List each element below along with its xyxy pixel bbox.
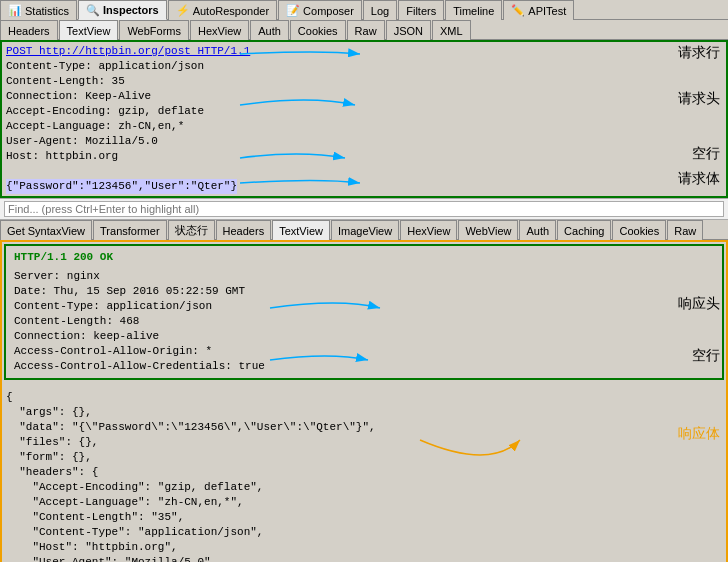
main-container: 📊 Statistics 🔍 Inspectors ⚡ AutoResponde… <box>0 0 728 562</box>
statistics-icon: 📊 <box>8 4 22 17</box>
resp-tab-headers[interactable]: Headers <box>216 220 272 240</box>
response-content-wrapper: HTTP/1.1 200 OK Server: nginx Date: Thu,… <box>0 240 728 562</box>
response-status-line: HTTP/1.1 200 OK <box>10 248 718 267</box>
resp-tab-statusline[interactable]: 状态行 <box>168 220 215 240</box>
tab-log[interactable]: Log <box>363 0 397 20</box>
apitest-icon: ✏️ <box>511 4 525 17</box>
json-line-host: "Host": "httpbin.org", <box>6 540 722 555</box>
resp-header-acac: Access-Control-Allow-Credentials: true <box>14 359 714 374</box>
annotation-request-headers: 请求头 <box>678 90 720 108</box>
resp-tab-raw[interactable]: Raw <box>667 220 703 240</box>
inspectors-icon: 🔍 <box>86 4 100 17</box>
resp-tab-caching[interactable]: Caching <box>557 220 611 240</box>
tab-inspectors[interactable]: 🔍 Inspectors <box>78 0 167 20</box>
req-tab-auth[interactable]: Auth <box>250 20 289 40</box>
annotation-empty-line1: 空行 <box>692 145 720 163</box>
resp-header-content-type: Content-Type: application/json <box>14 299 714 314</box>
find-bar <box>0 198 728 220</box>
json-line-args: "args": {}, <box>6 405 722 420</box>
response-body-container: HTTP/1.1 200 OK Server: nginx Date: Thu,… <box>0 240 728 562</box>
resp-tab-imageview[interactable]: ImageView <box>331 220 399 240</box>
req-header-content-type: Content-Type: application/json <box>6 59 722 74</box>
autoresponder-icon: ⚡ <box>176 4 190 17</box>
annotation-empty-line2: 空行 <box>692 347 720 365</box>
request-line: POST http://httpbin.org/post HTTP/1.1 <box>6 44 722 59</box>
resp-header-date: Date: Thu, 15 Sep 2016 05:22:59 GMT <box>14 284 714 299</box>
response-section: Get SyntaxView Transformer 状态行 Headers T… <box>0 220 728 562</box>
request-text: POST http://httpbin.org/post HTTP/1.1 Co… <box>2 42 726 196</box>
req-header-accept-language: Accept-Language: zh-CN,en,* <box>6 119 722 134</box>
json-line-form: "form": {}, <box>6 450 722 465</box>
req-tab-textview[interactable]: TextView <box>59 20 119 40</box>
req-header-user-agent: User-Agent: Mozilla/5.0 <box>6 134 722 149</box>
req-header-connection: Connection: Keep-Alive <box>6 89 722 104</box>
composer-icon: 📝 <box>286 4 300 17</box>
resp-header-acao: Access-Control-Allow-Origin: * <box>14 344 714 359</box>
resp-header-content-length: Content-Length: 468 <box>14 314 714 329</box>
response-headers-content: Server: nginx Date: Thu, 15 Sep 2016 05:… <box>10 267 718 376</box>
req-header-accept-encoding: Accept-Encoding: gzip, deflate <box>6 104 722 119</box>
tab-statistics[interactable]: 📊 Statistics <box>0 0 77 20</box>
json-line-content-type: "Content-Type": "application/json", <box>6 525 722 540</box>
resp-tab-cookies[interactable]: Cookies <box>612 220 666 240</box>
req-header-content-length: Content-Length: 35 <box>6 74 722 89</box>
req-empty-line <box>6 164 722 179</box>
tab-filters[interactable]: Filters <box>398 0 444 20</box>
resp-tab-webview[interactable]: WebView <box>458 220 518 240</box>
req-tab-headers[interactable]: Headers <box>0 20 58 40</box>
json-line-content-length: "Content-Length": "35", <box>6 510 722 525</box>
annotation-request-body: 请求体 <box>678 170 720 188</box>
response-body-text: { "args": {}, "data": "{\"Password\":\"1… <box>2 388 726 562</box>
resp-tab-syntaxview[interactable]: Get SyntaxView <box>0 220 92 240</box>
resp-header-server: Server: nginx <box>14 269 714 284</box>
request-url[interactable]: POST http://httpbin.org/post HTTP/1.1 <box>6 45 250 57</box>
resp-tab-hexview[interactable]: HexView <box>400 220 457 240</box>
top-tab-bar: 📊 Statistics 🔍 Inspectors ⚡ AutoResponde… <box>0 0 728 20</box>
annotation-response-body: 响应体 <box>678 425 720 443</box>
req-tab-raw[interactable]: Raw <box>347 20 385 40</box>
tab-apitest[interactable]: ✏️ APITest <box>503 0 574 20</box>
req-tab-webforms[interactable]: WebForms <box>119 20 189 40</box>
json-line-accept-language: "Accept-Language": "zh-CN,en,*", <box>6 495 722 510</box>
response-headers-section: HTTP/1.1 200 OK Server: nginx Date: Thu,… <box>4 244 724 380</box>
req-header-host: Host: httpbin.org <box>6 149 722 164</box>
json-line-headers-open: "headers": { <box>6 465 722 480</box>
tab-timeline[interactable]: Timeline <box>445 0 502 20</box>
req-body-line: {"Password":"123456","User":"Qter"} <box>6 179 237 194</box>
tab-autoresponder[interactable]: ⚡ AutoResponder <box>168 0 277 20</box>
tab-composer[interactable]: 📝 Composer <box>278 0 362 20</box>
find-input[interactable] <box>4 201 724 217</box>
resp-header-connection: Connection: keep-alive <box>14 329 714 344</box>
resp-tab-transformer[interactable]: Transformer <box>93 220 167 240</box>
json-line-open: { <box>6 390 722 405</box>
response-tab-bar: Get SyntaxView Transformer 状态行 Headers T… <box>0 220 728 240</box>
request-section: Headers TextView WebForms HexView Auth C… <box>0 20 728 220</box>
request-tab-bar: Headers TextView WebForms HexView Auth C… <box>0 20 728 40</box>
resp-tab-textview[interactable]: TextView <box>272 220 330 240</box>
req-tab-xml[interactable]: XML <box>432 20 471 40</box>
annotation-request-line: 请求行 <box>678 44 720 62</box>
req-tab-hexview[interactable]: HexView <box>190 20 249 40</box>
json-line-files: "files": {}, <box>6 435 722 450</box>
annotation-response-headers: 响应头 <box>678 295 720 313</box>
request-content-area: POST http://httpbin.org/post HTTP/1.1 Co… <box>0 40 728 198</box>
resp-tab-auth[interactable]: Auth <box>519 220 556 240</box>
req-tab-json[interactable]: JSON <box>386 20 431 40</box>
json-line-user-agent: "User-Agent": "Mozilla/5.0" <box>6 555 722 562</box>
json-line-data: "data": "{\"Password\":\"123456\",\"User… <box>6 420 722 435</box>
req-tab-cookies[interactable]: Cookies <box>290 20 346 40</box>
json-line-accept-encoding: "Accept-Encoding": "gzip, deflate", <box>6 480 722 495</box>
